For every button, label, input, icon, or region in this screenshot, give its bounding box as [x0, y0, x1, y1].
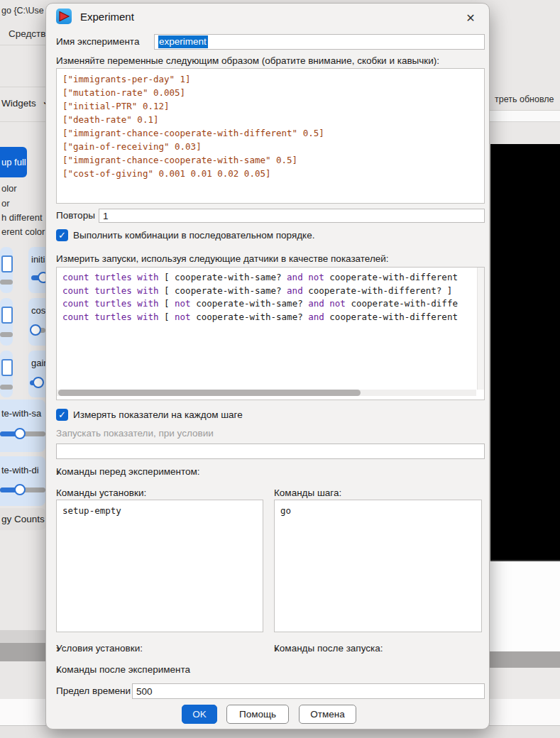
- chevron-right-icon: ›: [274, 642, 282, 654]
- slider-initial-ptr[interactable]: initia: [28, 247, 45, 293]
- dialog-title: Experiment: [80, 11, 134, 23]
- chevron-right-icon: ›: [56, 466, 65, 478]
- right-scrollbar[interactable]: [490, 651, 560, 668]
- right-panel-bottom: [490, 699, 560, 725]
- setup-full-button-label: up full: [1, 157, 26, 167]
- setup-commands-editor[interactable]: setup-empty: [56, 500, 263, 632]
- measure-every-step-label: Измерять показатели на каждом шаге: [73, 409, 243, 420]
- post-run-collapsible[interactable]: › Команды после запуска:: [274, 643, 383, 654]
- legend-text: h different: [1, 212, 43, 223]
- window-title-fragment: go {C:\Use: [1, 6, 44, 16]
- stop-condition-collapsible[interactable]: › Условия установки:: [56, 643, 143, 654]
- slider-track[interactable]: [0, 385, 13, 390]
- slider-gain-of-receiving[interactable]: gain-: [28, 351, 45, 397]
- ok-button[interactable]: OK: [182, 705, 217, 724]
- repetitions-input[interactable]: 1: [99, 209, 485, 223]
- post-experiment-collapsible[interactable]: › Команды после эксперимента: [56, 664, 190, 675]
- setup-commands-label: Команды установки:: [56, 488, 146, 498]
- cancel-button[interactable]: Отмена: [299, 705, 356, 724]
- widgets-dropdown-label: Widgets: [1, 98, 36, 109]
- vertical-scrollbar[interactable]: [477, 268, 484, 390]
- pre-experiment-collapsible[interactable]: › Команды перед экспериментом:: [56, 466, 200, 477]
- slider-knob[interactable]: [14, 428, 26, 439]
- slider-label: te-with-sa: [1, 408, 41, 419]
- go-commands-editor[interactable]: go: [274, 500, 482, 632]
- name-label: Имя эксперимента: [56, 36, 139, 47]
- slider-partial[interactable]: [0, 298, 13, 346]
- slider-partial[interactable]: [0, 351, 13, 397]
- repetitions-label: Повторы: [56, 210, 95, 221]
- legend-text: erent color: [1, 226, 45, 237]
- left-panel-bottom: [0, 699, 45, 725]
- stop-condition-label: Условия установки:: [56, 643, 143, 654]
- netlogo-icon: [56, 9, 72, 24]
- setup-full-button[interactable]: up full: [0, 147, 27, 177]
- plot-title-fragment: gy Counts: [0, 514, 45, 524]
- selected-text: experiment: [158, 35, 208, 48]
- slider-cost-of-giving[interactable]: cost-: [28, 298, 45, 346]
- right-panel-lower: [490, 668, 560, 699]
- vary-variables-label: Изменяйте переменные следующим образом (…: [56, 55, 439, 66]
- post-experiment-label: Команды после эксперимента: [56, 664, 190, 675]
- slider-cooperate-with-different[interactable]: te-with-di: [0, 456, 45, 506]
- slider-knob[interactable]: [14, 484, 26, 495]
- slider-cooperate-with-same[interactable]: te-with-sa: [0, 400, 45, 452]
- slider-value-box[interactable]: [1, 359, 13, 376]
- widgets-dropdown[interactable]: Widgets ›: [1, 98, 48, 109]
- toolbar-divider: [0, 45, 45, 45]
- go-commands-label: Команды шага:: [274, 488, 341, 498]
- sequential-order-label: Выполнить комбинации в последовательном …: [73, 230, 314, 241]
- vary-variables-editor[interactable]: ["immigrants-per-day" 1] ["mutation-rate…: [56, 68, 485, 204]
- slider-label: cost-: [31, 305, 45, 316]
- slider-knob[interactable]: [38, 272, 45, 283]
- right-toolbar-strip: [490, 111, 560, 121]
- slider-knob[interactable]: [33, 377, 44, 388]
- right-panel: [490, 561, 560, 651]
- slider-knob[interactable]: [30, 324, 41, 336]
- left-strip: [0, 630, 45, 643]
- slider-label: gain-: [31, 358, 45, 368]
- slider-value-box[interactable]: [1, 255, 13, 272]
- sequential-order-checkbox[interactable]: ✓: [56, 229, 68, 241]
- time-limit-label: Предел времени: [56, 685, 131, 696]
- legend-text: or: [1, 198, 10, 209]
- left-scrollbar[interactable]: [0, 643, 45, 661]
- legend-text: olor: [1, 183, 17, 194]
- chevron-right-icon: ›: [56, 642, 65, 654]
- horizontal-scrollbar[interactable]: [57, 390, 476, 396]
- post-run-label: Команды после запуска:: [274, 643, 383, 654]
- metrics-label: Измерить запуски, используя следующие да…: [56, 253, 389, 264]
- slider-value-box[interactable]: [1, 307, 13, 324]
- metrics-editor[interactable]: count turtles with [ cooperate-with-same…: [56, 267, 485, 400]
- chevron-right-icon: ›: [56, 663, 65, 676]
- view-updates-label-fragment[interactable]: треть обновле: [495, 94, 554, 104]
- slider-track[interactable]: [0, 280, 13, 285]
- plot-strategy-counts: gy Counts: [0, 508, 45, 530]
- left-panel-lower: [0, 661, 45, 699]
- slider-label: initia: [31, 254, 45, 265]
- menu-item-tools[interactable]: Средств: [9, 28, 45, 39]
- time-limit-input[interactable]: 500: [132, 683, 485, 699]
- pre-experiment-label: Команды перед экспериментом:: [56, 466, 200, 477]
- slider-partial[interactable]: [0, 247, 13, 293]
- experiment-name-input[interactable]: experiment: [154, 34, 485, 50]
- slider-label: te-with-di: [1, 465, 39, 475]
- run-condition-input[interactable]: [56, 444, 485, 459]
- slider-track[interactable]: [0, 332, 13, 337]
- horizontal-scrollbar-thumb[interactable]: [58, 390, 361, 396]
- experiment-dialog: Experiment ✕ Имя эксперимента experiment…: [45, 3, 490, 729]
- toolbar-divider-2: [0, 87, 45, 87]
- measure-every-step-checkbox[interactable]: ✓: [56, 409, 68, 421]
- world-view: [490, 144, 560, 560]
- close-icon[interactable]: ✕: [462, 9, 479, 26]
- help-button[interactable]: Помощь: [226, 705, 289, 724]
- run-condition-label: Запускать показатели, при условии: [56, 428, 214, 439]
